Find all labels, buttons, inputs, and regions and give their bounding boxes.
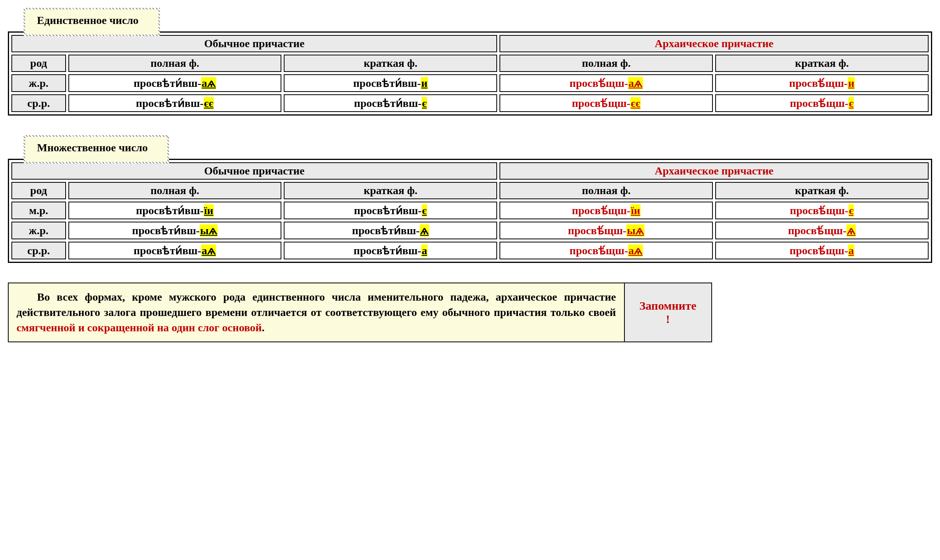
form-cell: просвѣ́щш-ѧ — [715, 222, 929, 239]
ending: ыѧ — [200, 224, 218, 237]
ending: є — [422, 97, 427, 109]
stem: просвѣ́щш- — [788, 224, 846, 237]
stem: просвѣти́вш- — [354, 97, 422, 109]
stem: просвѣти́вш- — [353, 77, 421, 89]
table-row: ж.р.просвѣти́вш-ыѧпросвѣти́вш-ѧпросвѣ́щш… — [11, 222, 929, 239]
header-short-1: краткая ф. — [284, 55, 497, 72]
stem: просвѣ́щш- — [572, 97, 630, 109]
ending: аѧ — [201, 244, 216, 257]
table-row: ср.р.просвѣти́вш-аѧпросвѣти́вш-апросвѣ́щ… — [11, 242, 929, 259]
stem: просвѣ́щш- — [790, 204, 848, 217]
header-regular: Обычное причастие — [11, 35, 497, 52]
header-archaic: Архаическое причастие — [499, 35, 929, 52]
form-cell: просвѣти́вш-ѧ — [284, 222, 497, 239]
form-cell: просвѣ́щш-аѧ — [499, 74, 713, 92]
table-row: ср.р.просвѣти́вш-єєпросвѣти́вш-єпросвѣ́щ… — [11, 94, 929, 112]
gender-cell: ж.р. — [11, 222, 66, 239]
ending: є — [848, 97, 854, 109]
stem: просвѣ́щш- — [789, 244, 848, 257]
header-full-2: полная ф. — [499, 55, 713, 72]
ending: а — [848, 244, 854, 257]
form-cell: просвѣти́вш-аѧ — [68, 74, 282, 92]
plural-title-box: Множественное число — [24, 135, 169, 163]
form-cell: просвѣти́вш-и — [284, 74, 497, 92]
stem: просвѣти́вш- — [136, 97, 204, 109]
header-short-2: краткая ф. — [715, 182, 929, 199]
ending: є — [422, 204, 427, 217]
note-label-text: Запомните — [639, 299, 696, 312]
table-row: м.р.просвѣти́вш-їипросвѣти́вш-єпросвѣ́щш… — [11, 202, 929, 219]
stem: просвѣти́вш- — [134, 77, 201, 89]
note-red: смягченной и сокращенной на один слог ос… — [17, 321, 262, 334]
ending: ѧ — [846, 224, 856, 237]
plural-table: Обычное причастие Архаическое причастие … — [8, 159, 932, 263]
gender-cell: ср.р. — [11, 94, 66, 112]
singular-table: Обычное причастие Архаическое причастие … — [8, 31, 932, 116]
header-short-1: краткая ф. — [284, 182, 497, 199]
header-short-2: краткая ф. — [715, 55, 929, 72]
note-box: Во всех формах, кроме мужского рода един… — [8, 283, 712, 342]
header-full-2: полная ф. — [499, 182, 713, 199]
form-cell: просвѣти́вш-їи — [68, 202, 282, 219]
form-cell: просвѣ́щш-єє — [499, 94, 713, 112]
gender-cell: ср.р. — [11, 242, 66, 259]
stem: просвѣ́щш- — [568, 224, 626, 237]
stem: просвѣти́вш- — [354, 244, 421, 257]
ending: аѧ — [628, 77, 643, 89]
form-cell: просвѣ́щш-и — [715, 74, 929, 92]
form-cell: просвѣти́вш-є — [284, 202, 497, 219]
gender-cell: м.р. — [11, 202, 66, 219]
ending: ыѧ — [626, 224, 644, 237]
stem: просвѣти́вш- — [132, 224, 200, 237]
stem: просвѣ́щш- — [569, 244, 628, 257]
ending: єє — [204, 97, 214, 109]
stem: просвѣти́вш- — [134, 244, 201, 257]
form-cell: просвѣ́щш-є — [715, 94, 929, 112]
form-cell: просвѣ́щш-а — [715, 242, 929, 259]
singular-title-box: Единственное число — [24, 8, 160, 36]
header-gender: род — [11, 55, 66, 72]
plural-title: Множественное число — [37, 141, 148, 154]
note-before: Во всех формах, кроме мужского рода един… — [17, 291, 616, 318]
form-cell: просвѣти́вш-ыѧ — [68, 222, 282, 239]
header-full-1: полная ф. — [68, 55, 282, 72]
stem: просвѣ́щш- — [569, 77, 628, 89]
note-bang: ! — [666, 312, 670, 326]
ending: їи — [204, 204, 214, 217]
ending: їи — [630, 204, 641, 217]
ending: а — [421, 244, 428, 257]
form-cell: просвѣти́вш-єє — [68, 94, 282, 112]
form-cell: просвѣ́щш-ыѧ — [499, 222, 713, 239]
form-cell: просвѣ́щш-аѧ — [499, 242, 713, 259]
table-row: ж.р.просвѣти́вш-аѧпросвѣти́вш-ипросвѣ́щш… — [11, 74, 929, 92]
note-label: Запомните ! — [625, 283, 711, 342]
stem: просвѣти́вш- — [136, 204, 204, 217]
stem: просвѣти́вш- — [354, 204, 422, 217]
header-gender: род — [11, 182, 66, 199]
ending: аѧ — [628, 244, 643, 257]
header-archaic: Архаическое причастие — [499, 162, 929, 180]
ending: аѧ — [201, 77, 216, 89]
form-cell: просвѣ́щш-їи — [499, 202, 713, 219]
gender-cell: ж.р. — [11, 74, 66, 92]
note-period: . — [262, 321, 264, 334]
header-full-1: полная ф. — [68, 182, 282, 199]
stem: просвѣ́щш- — [572, 204, 630, 217]
singular-title: Единственное число — [37, 14, 139, 27]
ending: и — [848, 77, 855, 89]
stem: просвѣ́щш- — [789, 77, 848, 89]
ending: и — [421, 77, 428, 89]
header-regular: Обычное причастие — [11, 162, 497, 180]
ending: ѧ — [420, 224, 429, 237]
ending: є — [848, 204, 854, 217]
stem: просвѣти́вш- — [352, 224, 420, 237]
stem: просвѣ́щш- — [790, 97, 848, 109]
form-cell: просвѣ́щш-є — [715, 202, 929, 219]
ending: єє — [630, 97, 641, 109]
note-text: Во всех формах, кроме мужского рода един… — [9, 283, 625, 342]
form-cell: просвѣти́вш-а — [284, 242, 497, 259]
form-cell: просвѣти́вш-аѧ — [68, 242, 282, 259]
form-cell: просвѣти́вш-є — [284, 94, 497, 112]
